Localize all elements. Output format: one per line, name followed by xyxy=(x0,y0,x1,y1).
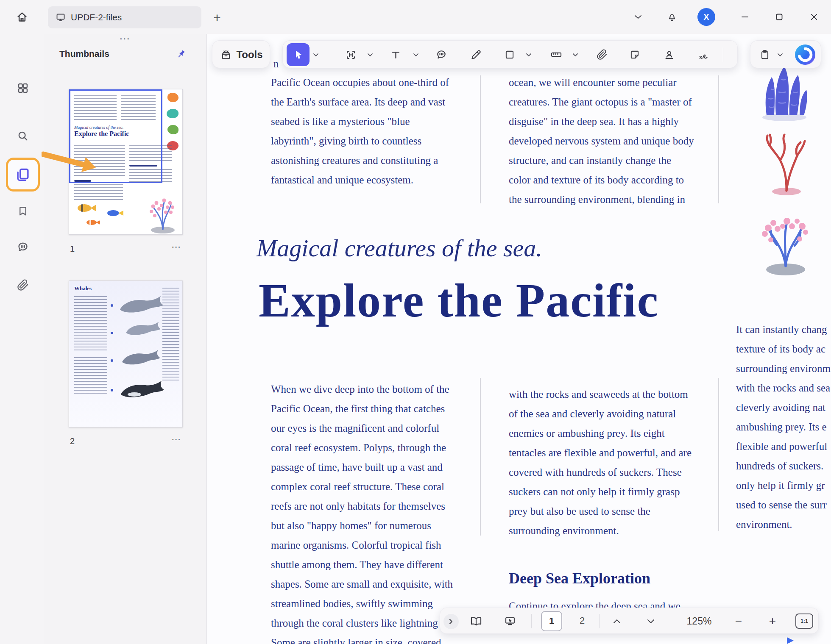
pin-panel-button[interactable] xyxy=(172,45,190,64)
presentation-button[interactable] xyxy=(500,611,520,631)
chevron-down-icon xyxy=(367,53,373,57)
home-icon xyxy=(16,11,28,23)
chevron-down-icon xyxy=(526,53,532,57)
shapes-tool-button[interactable] xyxy=(499,44,520,65)
doc-col-top-right[interactable]: ocean, we will encounter some peculiarcr… xyxy=(509,73,694,209)
cursor-icon xyxy=(293,49,304,60)
signature-tool-button[interactable] xyxy=(694,44,714,65)
text-tool-button[interactable] xyxy=(385,44,406,65)
tools-pill: Tools xyxy=(212,40,270,68)
page-1-label: 1 xyxy=(70,244,75,254)
user-avatar[interactable]: X xyxy=(697,8,715,26)
expand-bottom-toolbar-button[interactable] xyxy=(443,614,459,629)
page-up-button[interactable] xyxy=(607,611,627,631)
comment-icon xyxy=(17,241,29,253)
panel-title: Thumbnails xyxy=(59,49,109,59)
toolbar-divider xyxy=(723,47,723,62)
maximize-button[interactable] xyxy=(769,7,789,27)
edit-text-tool-button[interactable] xyxy=(340,44,361,65)
clipboard-tool-dropdown[interactable] xyxy=(777,52,784,57)
titlebar: UPDF-2-files + X xyxy=(0,0,831,34)
chevron-up-icon xyxy=(613,619,621,624)
sidebar-item-thumbnails[interactable] xyxy=(10,162,36,187)
search-icon xyxy=(17,130,29,142)
fit-page-button[interactable]: 1:1 xyxy=(795,613,813,629)
new-tab-button[interactable]: + xyxy=(209,9,226,26)
doc-heading-deep-sea[interactable]: Deep Sea Exploration xyxy=(509,569,650,587)
notifications-button[interactable] xyxy=(662,7,682,27)
shapes-tool-dropdown[interactable] xyxy=(525,52,532,57)
ai-swirl-icon xyxy=(795,44,816,65)
sidebar-item-design[interactable] xyxy=(11,642,35,644)
page-thumbnail-1[interactable]: Magical creatures of the sea. Explore th… xyxy=(69,89,183,235)
book-open-icon xyxy=(470,615,482,627)
doc-title[interactable]: Explore the Pacific xyxy=(259,273,659,328)
page-1-viewport-box[interactable] xyxy=(69,89,162,183)
doc-column-divider xyxy=(718,378,719,531)
close-button[interactable] xyxy=(804,7,824,27)
page-thumbnail-2[interactable]: Whales xyxy=(69,280,183,427)
tutorial-highlight-box xyxy=(6,158,40,192)
reading-mode-button[interactable] xyxy=(466,611,486,631)
comment-tool-button[interactable] xyxy=(431,44,452,65)
zoom-level[interactable]: 125% xyxy=(680,616,719,627)
scroll-corner-indicator xyxy=(786,636,795,644)
document-tab-title: UPDF-2-files xyxy=(71,12,122,22)
tools-label: Tools xyxy=(236,49,262,61)
thumb2-whales-image xyxy=(117,294,167,414)
stamp-tool-button[interactable] xyxy=(659,44,679,65)
page-2-indicator[interactable]: 2 xyxy=(575,615,589,626)
doc-subtitle[interactable]: Magical creatures of the sea. xyxy=(257,234,542,262)
comment-icon xyxy=(435,49,447,61)
sidebar-item-apps[interactable] xyxy=(11,76,35,100)
text-tool-dropdown[interactable] xyxy=(413,52,419,57)
minimize-button[interactable] xyxy=(735,7,755,27)
clipboard-tool-button[interactable] xyxy=(755,44,775,65)
clipboard-icon xyxy=(759,49,770,60)
doc-stray-text[interactable]: n xyxy=(273,54,279,74)
thumb2-title: Whales xyxy=(74,285,92,292)
sticker-tool-button[interactable] xyxy=(625,44,645,65)
paperclip-icon xyxy=(597,49,608,60)
page-1-menu-button[interactable]: ⋯ xyxy=(168,241,185,253)
sticker-icon xyxy=(629,49,640,60)
thumb1-fish-image xyxy=(73,200,137,232)
page-number-input[interactable] xyxy=(541,611,562,631)
chevron-right-icon xyxy=(449,619,453,625)
sidebar-item-attachments[interactable] xyxy=(11,273,35,297)
coral-image-red[interactable] xyxy=(755,126,818,196)
minimize-icon xyxy=(741,13,749,21)
zoom-in-button[interactable]: + xyxy=(762,611,783,631)
chevron-down-icon xyxy=(413,53,419,57)
ai-assistant-button[interactable] xyxy=(795,44,816,65)
tools-button[interactable]: Tools xyxy=(212,41,270,69)
select-tool-button[interactable] xyxy=(287,43,310,66)
home-button[interactable] xyxy=(11,6,33,28)
attachment-tool-button[interactable] xyxy=(592,44,612,65)
select-tool-dropdown[interactable] xyxy=(312,52,319,57)
page-down-button[interactable] xyxy=(641,611,661,631)
page-2-menu-button[interactable]: ⋯ xyxy=(168,433,185,446)
measure-tool-dropdown[interactable] xyxy=(572,52,579,57)
edit-text-tool-dropdown[interactable] xyxy=(367,52,374,57)
doc-col-bottom-left[interactable]: When we dive deep into the bottom of the… xyxy=(271,380,453,644)
bottom-toolbar-divider xyxy=(531,614,532,628)
ruler-icon xyxy=(550,49,562,61)
monitor-icon xyxy=(56,12,66,22)
sidebar-item-bookmarks[interactable] xyxy=(11,199,35,223)
doc-col-top-left[interactable]: Pacific Ocean occupies about one-third o… xyxy=(271,73,449,190)
doc-col-bottom-mid[interactable]: with the rocks and seaweeds at the botto… xyxy=(509,385,692,541)
doc-col-right[interactable]: It can instantly changtexture of its bod… xyxy=(736,320,831,534)
coral-image-pink[interactable] xyxy=(750,203,822,277)
panel-resize-handle[interactable]: ⋯ xyxy=(113,33,138,44)
bottom-toolbar: 2 125% − + 1:1 xyxy=(440,608,819,634)
thumb2-textblock xyxy=(74,296,107,351)
toolbar-collapse-button[interactable] xyxy=(628,7,648,27)
document-tab[interactable]: UPDF-2-files xyxy=(48,6,201,28)
zoom-out-button[interactable]: − xyxy=(728,611,749,631)
sidebar-item-comments[interactable] xyxy=(11,235,35,259)
thumb2-timeline-dots xyxy=(111,298,114,400)
sidebar-item-search[interactable] xyxy=(11,124,35,148)
pen-tool-button[interactable] xyxy=(466,44,486,65)
measure-tool-button[interactable] xyxy=(546,44,566,65)
